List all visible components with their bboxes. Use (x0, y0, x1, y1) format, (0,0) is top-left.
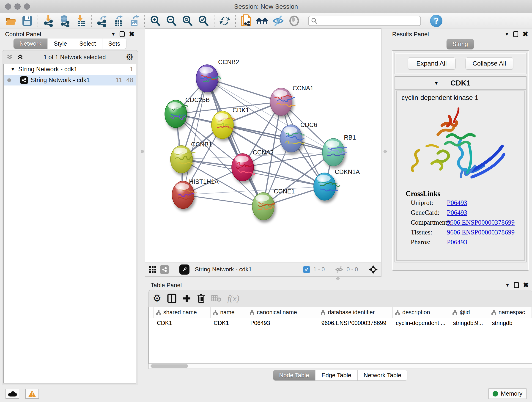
network-collection-row[interactable]: ▼ String Network - cdk1 1 (4, 64, 136, 75)
memory-button[interactable]: Memory (488, 389, 526, 399)
crosslink-link[interactable]: P06493 (447, 238, 467, 246)
collapse-all-button[interactable]: Collapse All (466, 57, 513, 70)
expand-all-networks-icon[interactable] (6, 54, 13, 61)
apply-layout-button[interactable] (217, 14, 233, 27)
table-cell: 9606.ENSP00000378699 (318, 318, 393, 328)
right-splitter[interactable] (381, 28, 389, 277)
node-CCNA1[interactable]: CCNA1 (270, 85, 314, 115)
network-row[interactable]: String Network - cdk1 11 48 (4, 75, 136, 85)
column-header-namespac[interactable]: namespac (489, 307, 532, 318)
selected-checkbox-icon[interactable] (303, 266, 310, 273)
splitter-handle[interactable] (384, 150, 387, 153)
column-header-description[interactable]: description (393, 307, 450, 318)
cloud-status-button[interactable] (6, 389, 19, 399)
float-panel-icon[interactable] (120, 31, 125, 37)
zoom-in-button[interactable] (147, 14, 163, 27)
edge-HIST1H1A-CCNE1[interactable] (183, 195, 263, 206)
scrollbar-thumb[interactable] (151, 364, 188, 368)
table-hscrollbar[interactable] (148, 364, 532, 369)
splitter-handle[interactable] (141, 150, 144, 153)
tab-sets[interactable]: Sets (102, 38, 126, 49)
collapse-panel-icon[interactable]: ▼ (111, 32, 116, 37)
table-options-gear-icon[interactable]: ⚙ (153, 294, 162, 303)
tab-node-table[interactable]: Node Table (273, 370, 316, 380)
open-session-button[interactable] (3, 14, 19, 27)
crosslink-link[interactable]: 9606.ENSP00000378699 (447, 219, 515, 226)
network-edge-count: 48 (127, 77, 133, 84)
import-network-file-button[interactable] (41, 14, 57, 27)
node-RB1[interactable]: RB1 (322, 134, 356, 166)
collapse-panel-icon[interactable]: ▼ (505, 32, 509, 37)
column-header-canonical-name[interactable]: canonical name (247, 307, 318, 318)
node-CDKN1A[interactable]: CDKN1A (314, 168, 360, 200)
grid-view-icon[interactable] (148, 265, 157, 274)
string-document-button[interactable] (238, 14, 254, 27)
export-table-button[interactable] (110, 14, 126, 27)
main-toolbar: ? (0, 13, 532, 28)
column-header-database-identifier[interactable]: database identifier (318, 307, 393, 318)
column-header-shared-name[interactable]: shared name (154, 307, 210, 318)
hide-selected-button[interactable] (270, 14, 286, 27)
tab-edge-table[interactable]: Edge Table (316, 370, 358, 380)
tab-select[interactable]: Select (73, 38, 102, 49)
float-panel-icon[interactable] (513, 31, 518, 37)
zoom-selected-button[interactable] (196, 14, 211, 27)
column-header-name[interactable]: name (210, 307, 247, 318)
table-row[interactable]: CDK1CDK1P064939606.ENSP00000378699cyclin… (149, 318, 532, 328)
add-column-icon[interactable] (182, 294, 191, 303)
zoom-fit-button[interactable] (179, 14, 196, 27)
node-CCNE1[interactable]: CCNE1 (252, 188, 295, 220)
import-network-database-button[interactable] (57, 14, 73, 27)
import-table-file-button[interactable] (73, 14, 89, 27)
close-panel-icon[interactable]: ✖ (129, 31, 134, 38)
hidden-eye-slash-icon[interactable] (335, 266, 343, 273)
tab-network-table[interactable]: Network Table (358, 370, 407, 380)
save-session-button[interactable] (19, 14, 35, 27)
export-network-button[interactable] (94, 14, 110, 27)
network-canvas[interactable]: CCNB2CCNA1CDC25BCDK1CDC6RB1CCNB1CCNA2CDK… (145, 29, 381, 262)
left-splitter[interactable] (140, 28, 145, 385)
node-CCNB1[interactable]: CCNB1 (171, 141, 212, 173)
warning-status-button[interactable] (25, 389, 39, 399)
card-collapse-icon[interactable]: ▼ (434, 80, 439, 86)
detach-view-icon[interactable] (179, 264, 190, 274)
bottom-splitter[interactable] (145, 277, 532, 281)
network-options-gear-icon[interactable]: ⚙ (126, 53, 133, 61)
search-input[interactable] (319, 18, 418, 24)
table-toolbar: ⚙ f(x) (148, 290, 532, 307)
first-neighbors-button[interactable] (254, 14, 270, 27)
tab-string[interactable]: String (447, 39, 474, 49)
delete-table-icon[interactable] (211, 294, 221, 302)
edge-CCNB2-CCNE1[interactable] (207, 78, 263, 206)
share-view-icon[interactable] (160, 265, 169, 274)
collapse-all-networks-icon[interactable] (17, 54, 24, 61)
zoom-out-button[interactable] (163, 14, 179, 27)
column-header-@id[interactable]: @id (450, 307, 489, 318)
export-image-button[interactable] (126, 14, 142, 27)
function-builder-icon[interactable]: f(x) (227, 293, 239, 303)
close-panel-icon[interactable]: ✖ (523, 282, 529, 288)
collapse-panel-icon[interactable]: ▼ (505, 283, 510, 288)
tab-network[interactable]: Network (13, 38, 48, 49)
node-CDC6[interactable]: CDC6 (280, 121, 317, 152)
show-columns-icon[interactable] (167, 293, 177, 303)
crosslink-link[interactable]: P06493 (447, 209, 467, 216)
node-CCNB2[interactable]: CCNB2 (196, 59, 239, 92)
collection-expand-icon[interactable]: ▼ (11, 67, 15, 72)
birds-eye-icon[interactable] (368, 265, 378, 274)
close-panel-icon[interactable]: ✖ (522, 31, 528, 38)
node-HIST1H1A[interactable]: HIST1H1A (172, 178, 219, 209)
tab-style[interactable]: Style (48, 38, 73, 49)
help-button[interactable]: ? (430, 15, 443, 27)
crosslink-link[interactable]: P06493 (447, 199, 467, 206)
node-CCNA2[interactable]: CCNA2 (232, 149, 274, 181)
expand-all-button[interactable]: Expand All (408, 57, 456, 70)
edge-CCNB2-CCNA1[interactable] (207, 78, 281, 102)
splitter-handle[interactable] (336, 277, 340, 280)
crosslink-link[interactable]: 9606.ENSP00000378699 (447, 229, 515, 236)
float-panel-icon[interactable] (514, 282, 519, 288)
show-all-button[interactable] (286, 14, 302, 27)
node-CDK1[interactable]: CDK1 (211, 107, 249, 139)
edge-CCNA2-CDKN1A[interactable] (243, 167, 325, 186)
delete-column-icon[interactable] (197, 294, 205, 303)
